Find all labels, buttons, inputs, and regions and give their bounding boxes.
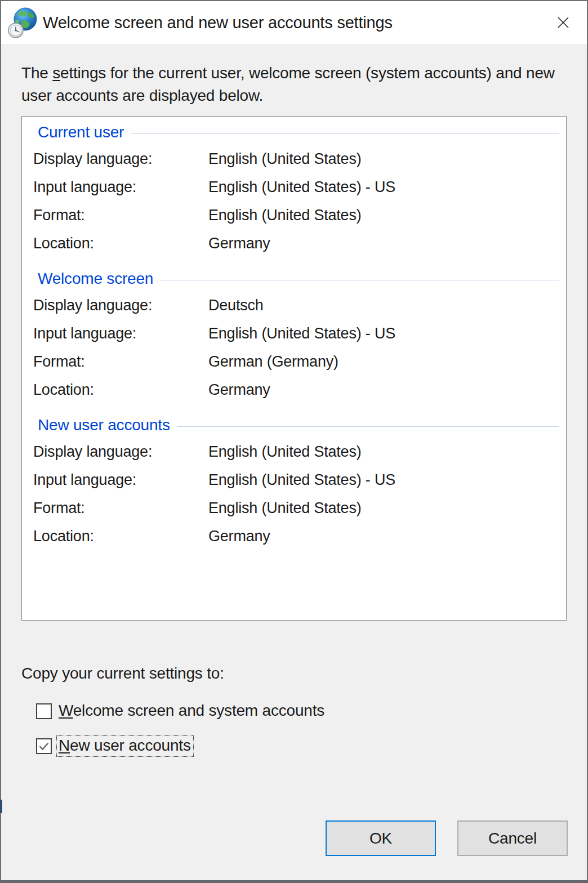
setting-row: Input language: English (United States) … — [33, 173, 559, 201]
setting-value: English (United States) - US — [208, 471, 559, 489]
checkbox-label-rest: ew user accounts — [70, 737, 191, 754]
section-new-user-accounts: New user accounts Display language: Engl… — [33, 416, 559, 550]
close-button[interactable] — [550, 9, 577, 36]
background-window-edge-artifact — [0, 800, 2, 813]
setting-row: Format: English (United States) — [33, 494, 559, 522]
setting-label: Location: — [33, 235, 208, 252]
setting-row: Display language: English (United States… — [33, 145, 559, 173]
section-rule-line — [160, 280, 559, 280]
setting-label: Location: — [33, 528, 208, 545]
checkbox-checked-icon[interactable] — [36, 738, 52, 754]
instruction-pre: The — [21, 64, 52, 82]
close-icon — [555, 15, 571, 30]
setting-value: English (United States) - US — [208, 179, 559, 196]
setting-row: Input language: English (United States) … — [33, 319, 559, 347]
checkbox-label-mnemonic: W — [59, 702, 73, 719]
setting-label: Format: — [33, 353, 208, 371]
region-globe-clock-icon — [8, 6, 38, 39]
dialog-content: The settings for the current user, welco… — [1, 62, 587, 757]
section-header: Current user — [38, 123, 559, 141]
setting-label: Format: — [33, 207, 208, 224]
setting-value: Germany — [208, 528, 559, 545]
settings-panel: Current user Display language: English (… — [21, 116, 567, 621]
setting-label: Location: — [33, 381, 208, 399]
ok-button[interactable]: OK — [326, 820, 436, 856]
setting-row: Display language: English (United States… — [33, 438, 559, 466]
section-title: Current user — [38, 123, 124, 141]
setting-label: Display language: — [33, 443, 208, 461]
checkbox-row-new-user-accounts[interactable]: New user accounts — [36, 735, 567, 757]
setting-value: English (United States) — [208, 150, 559, 168]
dialog-button-row: OK Cancel — [326, 820, 568, 856]
section-header: Welcome screen — [38, 270, 559, 288]
checkbox-label-mnemonic: N — [59, 737, 70, 754]
setting-label: Input language: — [33, 179, 208, 196]
setting-row: Format: German (Germany) — [33, 347, 559, 376]
setting-row: Format: English (United States) — [33, 201, 559, 229]
section-welcome-screen: Welcome screen Display language: Deutsch… — [33, 270, 559, 404]
checkbox-label-rest: elcome screen and system accounts — [73, 702, 324, 719]
section-rule-line — [131, 133, 559, 134]
setting-label: Format: — [33, 500, 208, 517]
setting-label: Input language: — [33, 471, 208, 489]
setting-label: Display language: — [33, 150, 208, 168]
setting-value: English (United States) - US — [208, 325, 559, 342]
checkmark-icon — [38, 740, 50, 752]
checkbox-label: New user accounts — [56, 735, 194, 757]
dialog-window: Welcome screen and new user accounts set… — [0, 0, 588, 883]
setting-row: Display language: Deutsch — [33, 291, 559, 319]
checkbox-unchecked-icon[interactable] — [36, 703, 52, 719]
setting-value: Germany — [208, 235, 559, 252]
copy-settings-heading: Copy your current settings to: — [21, 665, 567, 683]
setting-value: English (United States) — [208, 443, 559, 461]
setting-value: English (United States) — [208, 500, 559, 517]
setting-value: English (United States) — [208, 207, 559, 224]
section-rule-line — [177, 426, 559, 427]
setting-row: Input language: English (United States) … — [33, 466, 559, 494]
instruction-text: The settings for the current user, welco… — [21, 62, 562, 107]
instruction-post: ettings for the current user, welcome sc… — [21, 64, 555, 104]
section-title: New user accounts — [38, 416, 170, 434]
setting-label: Input language: — [33, 325, 208, 342]
window-title: Welcome screen and new user accounts set… — [43, 14, 393, 32]
cancel-button[interactable]: Cancel — [457, 820, 568, 856]
setting-row: Location: Germany — [33, 522, 559, 550]
section-title: Welcome screen — [38, 270, 153, 288]
setting-value: Germany — [208, 381, 559, 399]
setting-value: Deutsch — [208, 297, 559, 314]
setting-value: German (Germany) — [208, 353, 559, 371]
section-header: New user accounts — [38, 416, 559, 434]
checkbox-row-welcome-screen-system-accounts[interactable]: Welcome screen and system accounts — [36, 701, 567, 722]
instruction-mnemonic: s — [52, 64, 60, 82]
checkbox-label: Welcome screen and system accounts — [56, 701, 327, 722]
setting-row: Location: Germany — [33, 376, 559, 404]
setting-row: Location: Germany — [33, 229, 559, 257]
title-bar: Welcome screen and new user accounts set… — [1, 1, 587, 44]
setting-label: Display language: — [33, 297, 208, 314]
section-current-user: Current user Display language: English (… — [33, 123, 559, 257]
